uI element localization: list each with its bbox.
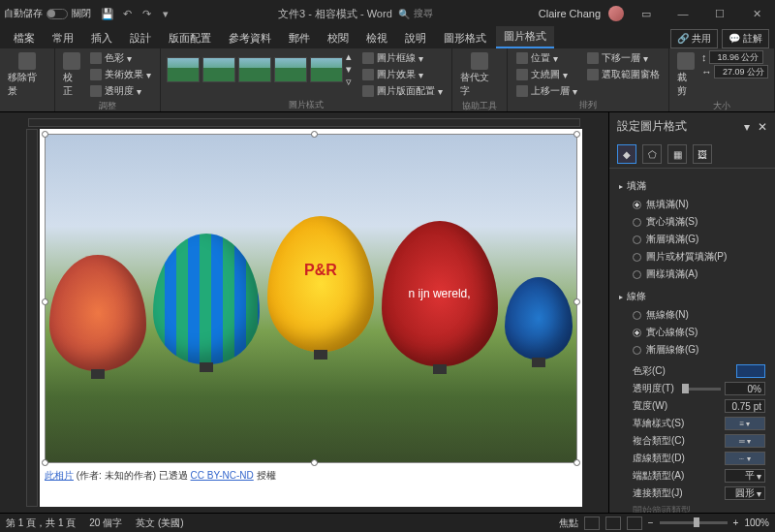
panel-tab-layout[interactable]: ▦ bbox=[667, 144, 687, 164]
artistic-button[interactable]: 美術效果 ▾ bbox=[87, 67, 154, 82]
remove-background-button[interactable]: 移除背景 bbox=[6, 50, 48, 100]
cap-type-dropdown[interactable]: 平 ▾ bbox=[725, 469, 765, 483]
autosave-toggle[interactable] bbox=[46, 9, 68, 19]
tab-常用[interactable]: 常用 bbox=[45, 28, 81, 48]
resize-handle[interactable] bbox=[42, 298, 48, 305]
line-section-header[interactable]: ▸線條 bbox=[619, 287, 765, 306]
style-thumb[interactable] bbox=[310, 57, 343, 82]
view-read-icon[interactable] bbox=[584, 516, 600, 530]
ribbon-options-icon[interactable]: ▭ bbox=[632, 4, 661, 23]
selected-image[interactable]: n ijn wereld, bbox=[45, 134, 577, 463]
panel-menu-icon[interactable]: ▾ bbox=[744, 120, 750, 134]
maximize-icon[interactable]: ☐ bbox=[705, 4, 734, 23]
fill-section-header[interactable]: ▸填滿 bbox=[619, 176, 765, 196]
line-color-picker[interactable] bbox=[736, 364, 765, 378]
tab-插入[interactable]: 插入 bbox=[83, 28, 120, 48]
caption-link-photo[interactable]: 此相片 bbox=[45, 470, 74, 481]
resize-handle[interactable] bbox=[311, 459, 318, 466]
resize-handle[interactable] bbox=[42, 131, 48, 138]
tab-檔案[interactable]: 檔案 bbox=[6, 28, 43, 48]
line-option[interactable]: 實心線條(S) bbox=[619, 324, 765, 341]
line-option[interactable]: 無線條(N) bbox=[619, 306, 765, 324]
resize-handle[interactable] bbox=[311, 131, 318, 138]
panel-tab-fill[interactable]: ◆ bbox=[617, 144, 636, 164]
position-button[interactable]: 位置 ▾ bbox=[513, 50, 580, 66]
tab-圖片格式[interactable]: 圖片格式 bbox=[496, 26, 554, 48]
panel-tab-effects[interactable]: ⬠ bbox=[642, 144, 662, 164]
qat-more-icon[interactable]: ▾ bbox=[159, 7, 172, 20]
status-page[interactable]: 第 1 頁，共 1 頁 bbox=[6, 516, 76, 530]
fill-option[interactable]: 圖樣填滿(A) bbox=[619, 266, 765, 283]
ruler-horizontal[interactable] bbox=[28, 118, 580, 127]
corrections-button[interactable]: 校正 bbox=[61, 50, 83, 100]
zoom-slider[interactable] bbox=[660, 521, 728, 524]
ruler-vertical[interactable] bbox=[26, 129, 38, 507]
send-backward-button[interactable]: 下移一層 ▾ bbox=[584, 50, 663, 66]
zoom-out-icon[interactable]: − bbox=[648, 517, 654, 528]
comments-button[interactable]: 💬 註解 bbox=[722, 29, 769, 48]
height-input[interactable] bbox=[709, 50, 763, 64]
transparency-value[interactable]: 0% bbox=[725, 382, 765, 395]
resize-handle[interactable] bbox=[42, 459, 48, 466]
fill-option[interactable]: 圖片或材質填滿(P) bbox=[619, 248, 765, 266]
line-width-input[interactable]: 0.75 pt bbox=[725, 399, 765, 413]
view-print-icon[interactable] bbox=[605, 516, 621, 530]
close-icon[interactable]: ✕ bbox=[742, 4, 771, 23]
picture-border-button[interactable]: 圖片框線 ▾ bbox=[359, 50, 446, 66]
save-icon[interactable]: 💾 bbox=[101, 7, 114, 20]
style-thumb[interactable] bbox=[202, 57, 235, 82]
dash-type-dropdown[interactable]: ┄ ▾ bbox=[725, 452, 765, 465]
tab-圖形格式[interactable]: 圖形格式 bbox=[436, 28, 494, 48]
gallery-up-icon[interactable]: ▴ bbox=[346, 50, 352, 63]
fill-option[interactable]: 無填滿(N) bbox=[619, 196, 765, 213]
line-option[interactable]: 漸層線條(G) bbox=[619, 341, 765, 359]
sketch-style-dropdown[interactable]: ≡ ▾ bbox=[725, 417, 765, 430]
style-thumb[interactable] bbox=[274, 57, 307, 82]
caption-link-license[interactable]: CC BY-NC-ND bbox=[191, 470, 254, 481]
width-input[interactable] bbox=[714, 65, 768, 78]
panel-tab-picture[interactable]: 🖼 bbox=[693, 144, 712, 164]
tab-版面配置[interactable]: 版面配置 bbox=[161, 28, 219, 48]
share-button[interactable]: 🔗 共用 bbox=[670, 29, 718, 48]
tab-檢視[interactable]: 檢視 bbox=[358, 28, 395, 48]
transparency-slider[interactable] bbox=[682, 388, 721, 391]
transparency-button[interactable]: 透明度 ▾ bbox=[87, 83, 154, 99]
document-page[interactable]: n ijn wereld, 此相片 (作者: 未知的作者) 已透過 CC BY-… bbox=[40, 129, 582, 507]
tab-校閱[interactable]: 校閱 bbox=[320, 28, 356, 48]
style-thumb[interactable] bbox=[238, 57, 271, 82]
resize-handle[interactable] bbox=[574, 131, 580, 138]
user-avatar[interactable] bbox=[608, 6, 624, 21]
join-type-dropdown[interactable]: 圓形 ▾ bbox=[725, 486, 765, 500]
selection-pane-button[interactable]: 選取範圍窗格 bbox=[584, 67, 663, 82]
compound-type-dropdown[interactable]: ═ ▾ bbox=[725, 434, 765, 448]
search-box[interactable]: 🔍 搜尋 bbox=[398, 7, 433, 20]
status-lang[interactable]: 英文 (美國) bbox=[136, 516, 183, 530]
redo-icon[interactable]: ↷ bbox=[140, 7, 153, 20]
tab-設計[interactable]: 設計 bbox=[122, 28, 159, 48]
picture-styles-gallery[interactable]: ▴▾▿ bbox=[167, 50, 352, 88]
alt-text-button[interactable]: 替代文字 bbox=[458, 50, 501, 100]
wrap-text-button[interactable]: 文繞圖 ▾ bbox=[513, 67, 580, 82]
undo-icon[interactable]: ↶ bbox=[120, 7, 134, 20]
resize-handle[interactable] bbox=[574, 298, 580, 305]
zoom-level[interactable]: 100% bbox=[744, 517, 769, 528]
tab-說明[interactable]: 說明 bbox=[397, 28, 434, 48]
style-thumb[interactable] bbox=[167, 57, 200, 82]
crop-button[interactable]: 裁剪 bbox=[675, 50, 698, 100]
picture-effects-button[interactable]: 圖片效果 ▾ bbox=[359, 67, 446, 82]
tab-郵件[interactable]: 郵件 bbox=[281, 28, 318, 48]
picture-layout-button[interactable]: 圖片版面配置 ▾ bbox=[359, 83, 446, 99]
color-button[interactable]: 色彩 ▾ bbox=[87, 50, 154, 66]
tab-參考資料[interactable]: 參考資料 bbox=[221, 28, 279, 48]
panel-close-icon[interactable]: ✕ bbox=[758, 120, 767, 134]
fill-option[interactable]: 漸層填滿(G) bbox=[619, 231, 765, 248]
bring-forward-button[interactable]: 上移一層 ▾ bbox=[513, 83, 580, 99]
minimize-icon[interactable]: — bbox=[668, 4, 698, 23]
gallery-down-icon[interactable]: ▾ bbox=[346, 63, 352, 76]
resize-handle[interactable] bbox=[574, 459, 580, 466]
status-focus[interactable]: 焦點 bbox=[559, 516, 578, 530]
view-web-icon[interactable] bbox=[627, 516, 642, 530]
gallery-more-icon[interactable]: ▿ bbox=[346, 76, 352, 88]
zoom-in-icon[interactable]: + bbox=[733, 517, 739, 528]
fill-option[interactable]: 實心填滿(S) bbox=[619, 213, 765, 231]
